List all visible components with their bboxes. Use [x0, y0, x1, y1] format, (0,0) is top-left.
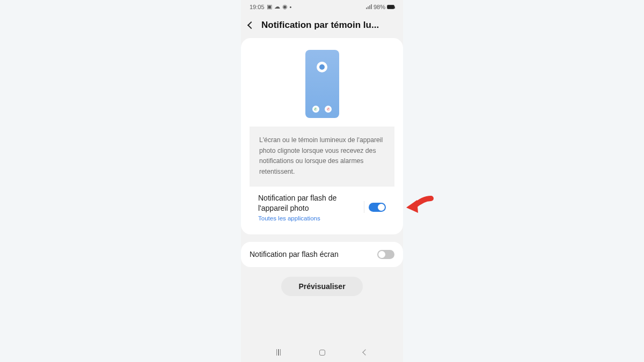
page-header: Notification par témoin lu... [241, 12, 403, 38]
toggle-camera-flash[interactable] [369, 203, 386, 212]
setting-camera-flash-subtitle: Toutes les applications [258, 215, 358, 221]
page-title: Notification par témoin lu... [261, 20, 394, 31]
answer-icon: ✆ [312, 106, 319, 113]
phone-frame: 19:05 ▣ ☁ ◉ • 98% Notification par témoi… [241, 0, 403, 362]
setting-text: Notification par flash écran [250, 249, 372, 260]
toggle-wrapper [364, 201, 386, 213]
setting-camera-flash[interactable]: Notification par flash de l'appareil pho… [250, 187, 394, 229]
setting-camera-flash-title: Notification par flash de l'appareil pho… [258, 193, 358, 213]
status-bar: 19:05 ▣ ☁ ◉ • 98% [241, 0, 403, 12]
system-nav-bar [241, 343, 403, 362]
preview-button[interactable]: Prévisualiser [281, 277, 362, 296]
avatar-icon [317, 62, 327, 72]
setting-screen-flash[interactable]: Notification par flash écran [241, 242, 403, 267]
status-left: 19:05 ▣ ☁ ◉ • [250, 3, 291, 10]
status-right: 98% [366, 4, 394, 10]
battery-pct: 98% [374, 4, 385, 10]
nav-home-icon[interactable] [319, 350, 325, 356]
toggle-separator [364, 201, 364, 213]
signal-icon [366, 4, 372, 9]
description-text: L'écran ou le témoin lumineux de l'appar… [250, 127, 394, 187]
cloud-icon: ☁ [274, 3, 280, 10]
decline-icon: ✆ [325, 106, 332, 113]
illustration-card: ✆ ✆ L'écran ou le témoin lumineux de l'a… [241, 38, 403, 234]
section-divider [241, 234, 403, 242]
annotation-arrow-icon [404, 196, 436, 223]
content-area: ✆ ✆ L'écran ou le témoin lumineux de l'a… [241, 38, 403, 296]
more-icon: • [290, 4, 292, 10]
nav-recents-icon[interactable] [276, 349, 281, 356]
toggle-screen-flash[interactable] [377, 250, 394, 259]
setting-screen-flash-title: Notification par flash écran [250, 249, 372, 260]
nav-back-icon[interactable] [363, 349, 369, 355]
setting-text: Notification par flash de l'appareil pho… [258, 193, 358, 221]
back-icon[interactable] [247, 21, 255, 29]
status-time: 19:05 [250, 4, 265, 10]
battery-icon [387, 5, 394, 9]
call-buttons: ✆ ✆ [305, 106, 339, 113]
phone-illustration: ✆ ✆ [305, 50, 339, 118]
target-icon: ◉ [282, 3, 288, 10]
gallery-icon: ▣ [267, 3, 272, 10]
